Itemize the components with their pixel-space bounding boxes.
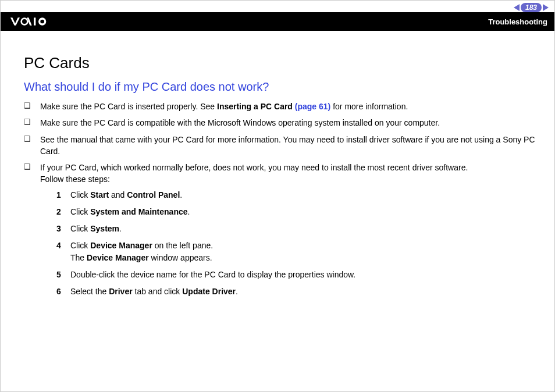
text-bold: Device Manager — [87, 253, 149, 262]
text-run: and — [109, 190, 127, 199]
page-subtitle: What should I do if my PC Card does not … — [24, 80, 538, 94]
step-item: 1 Click Start and Control Panel. — [56, 189, 538, 201]
document-page: 183 Troubleshooting PC Cards What should… — [0, 0, 555, 392]
step-number: 3 — [56, 223, 70, 235]
text-bold: Inserting a PC Card — [217, 102, 293, 111]
step-number: 5 — [56, 269, 70, 281]
text-run: . — [180, 190, 182, 199]
text-run: Follow these steps: — [40, 174, 110, 184]
text-run: for more information. — [330, 102, 408, 111]
step-text: Double-click the device name for the PC … — [70, 269, 538, 281]
text-run: . — [236, 287, 238, 296]
text-run: Select the — [70, 287, 109, 296]
page-header: 183 Troubleshooting — [1, 1, 554, 31]
text-run: window appears. — [149, 253, 212, 262]
step-text: Click Device Manager on the left pane. T… — [70, 240, 538, 264]
text-run: . — [188, 207, 190, 216]
text-run: tab and click — [133, 287, 183, 296]
text-bold: System — [90, 224, 119, 233]
text-run: on the left pane. — [152, 241, 213, 250]
step-number: 2 — [56, 206, 70, 218]
svg-rect-0 — [34, 17, 35, 25]
text-run: Click — [70, 241, 90, 250]
header-black-bar: Troubleshooting — [1, 12, 554, 31]
step-text: Click Start and Control Panel. — [70, 189, 538, 201]
step-number: 6 — [56, 286, 70, 298]
page-content: PC Cards What should I do if my PC Card … — [1, 31, 554, 302]
step-text: Select the Driver tab and click Update D… — [70, 286, 538, 298]
text-bold: Update Driver — [182, 287, 236, 296]
bullet-icon: ❑ — [24, 134, 40, 145]
text-run: If your PC Card, which worked normally b… — [40, 163, 468, 172]
bullet-icon: ❑ — [24, 117, 40, 128]
text-bold: Control Panel — [127, 190, 180, 199]
text-run: Click — [70, 190, 90, 199]
list-item: ❑ Make sure the PC Card is compatible wi… — [24, 117, 538, 129]
bullet-icon: ❑ — [24, 162, 40, 173]
text-run: The — [70, 253, 87, 262]
step-item: 6 Select the Driver tab and click Update… — [56, 286, 538, 298]
step-item: 4 Click Device Manager on the left pane.… — [56, 240, 538, 264]
vaio-logo-icon — [8, 17, 60, 26]
section-label: Troubleshooting — [488, 17, 547, 26]
list-item: ❑ Make sure the PC Card is inserted prop… — [24, 101, 538, 112]
step-text: Click System. — [70, 223, 538, 235]
step-text: Click System and Maintenance. — [70, 206, 538, 218]
text-bold: Driver — [109, 287, 132, 296]
page-title: PC Cards — [24, 54, 538, 72]
bullet-text: Make sure the PC Card is compatible with… — [40, 117, 538, 129]
page-indicator: 183 — [514, 3, 549, 12]
prev-page-arrow-icon[interactable] — [514, 4, 520, 11]
bullet-icon: ❑ — [24, 101, 40, 112]
text-run: Make sure the PC Card is inserted proper… — [40, 102, 217, 111]
numbered-steps: 1 Click Start and Control Panel. 2 Click… — [40, 189, 538, 298]
bullet-text: Make sure the PC Card is inserted proper… — [40, 101, 538, 112]
step-number: 4 — [56, 240, 70, 252]
step-number: 1 — [56, 189, 70, 201]
page-link[interactable]: (page 61) — [293, 102, 330, 111]
list-item: ❑ See the manual that came with your PC … — [24, 134, 538, 158]
text-run: Click — [70, 224, 90, 233]
text-run: Click — [70, 207, 90, 216]
text-bold: Start — [90, 190, 109, 199]
text-bold: System and Maintenance — [90, 207, 187, 216]
list-item: ❑ If your PC Card, which worked normally… — [24, 162, 538, 302]
step-item: 3 Click System. — [56, 223, 538, 235]
next-page-arrow-icon[interactable] — [543, 4, 549, 11]
step-item: 5 Double-click the device name for the P… — [56, 269, 538, 281]
bullet-text: If your PC Card, which worked normally b… — [40, 162, 538, 302]
bullet-text: See the manual that came with your PC Ca… — [40, 134, 538, 158]
text-bold: Device Manager — [90, 241, 152, 250]
page-number-row: 183 — [1, 1, 554, 12]
bullet-list: ❑ Make sure the PC Card is inserted prop… — [24, 101, 538, 302]
step-item: 2 Click System and Maintenance. — [56, 206, 538, 218]
text-run: . — [119, 224, 122, 233]
page-number-badge: 183 — [521, 3, 542, 12]
